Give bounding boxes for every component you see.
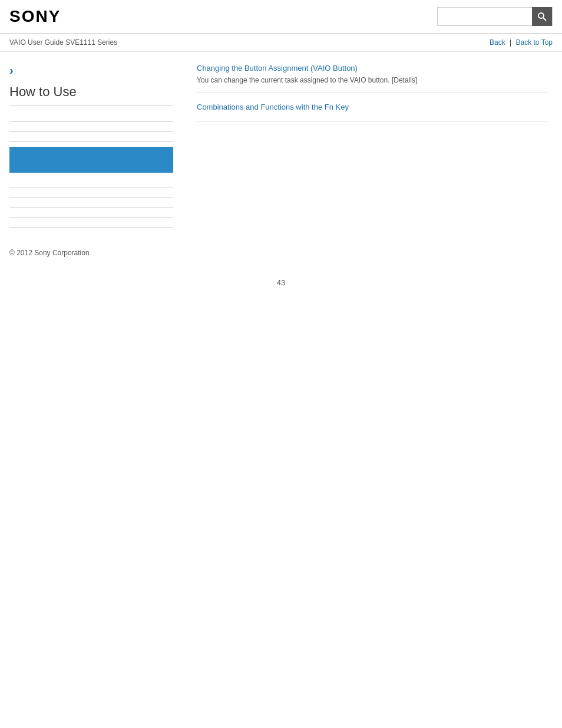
nav-separator: | (510, 38, 513, 47)
content-item-2: Combinations and Functions with the Fn K… (197, 103, 548, 121)
header: SONY (0, 0, 562, 34)
guide-title: VAIO User Guide SVE1111 Series (9, 38, 117, 47)
sidebar-item-1[interactable] (9, 112, 173, 122)
search-button[interactable] (532, 7, 552, 26)
content-link-2[interactable]: Combinations and Functions with the Fn K… (197, 103, 548, 111)
search-box (437, 7, 553, 26)
back-link[interactable]: Back (490, 38, 505, 47)
copyright: © 2012 Sony Corporation (9, 249, 90, 257)
sidebar-item-5[interactable] (9, 177, 173, 187)
footer: © 2012 Sony Corporation (0, 239, 562, 266)
sidebar-highlighted-item[interactable] (9, 147, 173, 173)
search-input[interactable] (438, 12, 532, 21)
sidebar-item-7[interactable] (9, 197, 173, 207)
content-item-1: Changing the Button Assignment (VAIO But… (197, 64, 548, 93)
sony-logo: SONY (9, 7, 61, 26)
nav-bar: VAIO User Guide SVE1111 Series Back | Ba… (0, 34, 562, 52)
sidebar-item-6[interactable] (9, 187, 173, 197)
sidebar-item-2[interactable] (9, 122, 173, 132)
svg-line-1 (543, 18, 546, 21)
search-icon (537, 12, 547, 21)
content-description-1: You can change the current task assigned… (197, 76, 417, 84)
sidebar-item-3[interactable] (9, 132, 173, 142)
content-area: Changing the Button Assignment (VAIO But… (183, 52, 562, 239)
sidebar-item-9[interactable] (9, 218, 173, 228)
sidebar: › How to Use (0, 52, 183, 239)
page-number: 43 (0, 266, 562, 299)
main-container: › How to Use Changing the Button Assignm… (0, 52, 562, 239)
chevron-icon: › (9, 64, 173, 77)
svg-point-0 (538, 13, 544, 18)
back-to-top-link[interactable]: Back to Top (516, 38, 553, 47)
content-link-1[interactable]: Changing the Button Assignment (VAIO But… (197, 64, 548, 73)
sidebar-item-8[interactable] (9, 207, 173, 218)
sidebar-section-title: How to Use (9, 84, 173, 106)
nav-links: Back | Back to Top (490, 38, 553, 47)
